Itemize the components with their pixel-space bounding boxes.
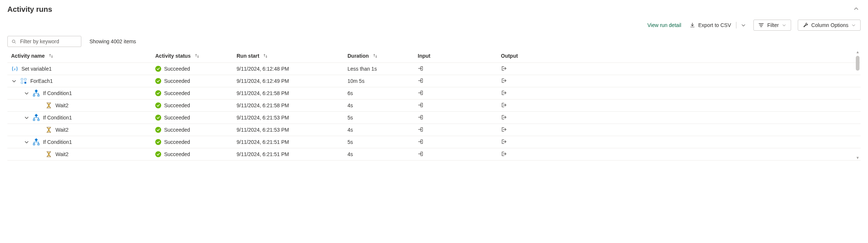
activity-name: Set variable1 <box>21 66 52 72</box>
output-icon[interactable] <box>501 102 507 108</box>
scroll-down-arrow[interactable]: ▼ <box>856 155 859 161</box>
status-text: Succeeded <box>164 66 190 72</box>
output-icon[interactable] <box>501 151 507 157</box>
col-header-duration[interactable]: Duration <box>347 53 418 59</box>
duration: 5s <box>347 115 418 121</box>
svg-rect-7 <box>33 95 35 96</box>
success-icon <box>155 127 161 133</box>
vertical-scrollbar[interactable]: ▲ ▼ <box>855 49 861 161</box>
row-expander[interactable] <box>24 91 30 96</box>
filter-button[interactable]: Filter <box>753 20 791 31</box>
svg-rect-13 <box>33 144 35 145</box>
svg-rect-14 <box>38 144 39 145</box>
svg-rect-10 <box>33 119 35 121</box>
sort-icon <box>373 53 378 58</box>
input-icon[interactable] <box>418 90 424 96</box>
status-text: Succeeded <box>164 127 190 133</box>
row-expander[interactable] <box>24 115 30 120</box>
row-expander[interactable] <box>24 139 30 145</box>
activity-name: Wait2 <box>55 151 68 157</box>
sort-icon <box>48 53 54 58</box>
col-header-output[interactable]: Output <box>501 53 584 59</box>
status-text: Succeeded <box>164 115 190 121</box>
output-icon[interactable] <box>501 126 507 132</box>
svg-text:x: x <box>14 67 16 71</box>
duration: 4s <box>347 151 418 157</box>
run-start: 9/11/2024, 6:21:53 PM <box>237 115 347 121</box>
table-row[interactable]: If Condition1Succeeded9/11/2024, 6:21:58… <box>7 87 861 99</box>
toolbar: View run detail Export to CSV Filter Col… <box>7 20 861 31</box>
foreach-icon <box>20 77 27 85</box>
table-row[interactable]: Wait2Succeeded9/11/2024, 6:21:51 PM4s <box>7 148 861 161</box>
run-start: 9/11/2024, 6:12:48 PM <box>237 66 347 72</box>
scroll-up-arrow[interactable]: ▲ <box>856 49 859 55</box>
table-row[interactable]: If Condition1Succeeded9/11/2024, 6:21:53… <box>7 112 861 124</box>
duration: 4s <box>347 127 418 133</box>
col-header-label: Duration <box>347 53 369 59</box>
input-icon[interactable] <box>418 65 424 71</box>
page-title: Activity runs <box>7 5 52 14</box>
table-row[interactable]: xSet variable1Succeeded9/11/2024, 6:12:4… <box>7 63 861 75</box>
filter-icon <box>758 22 764 28</box>
filter-label: Filter <box>767 22 779 28</box>
input-icon[interactable] <box>418 139 424 145</box>
table-row[interactable]: ForEach1Succeeded9/11/2024, 6:12:49 PM10… <box>7 75 861 87</box>
svg-rect-11 <box>38 119 39 121</box>
sort-icon <box>263 53 268 58</box>
ifcond-icon <box>33 114 40 121</box>
table-row[interactable]: If Condition1Succeeded9/11/2024, 6:21:51… <box>7 136 861 148</box>
ifcond-icon <box>33 138 40 146</box>
scroll-thumb[interactable] <box>856 56 859 71</box>
table-body: xSet variable1Succeeded9/11/2024, 6:12:4… <box>7 63 861 161</box>
row-expander[interactable] <box>11 78 17 84</box>
run-start: 9/11/2024, 6:21:58 PM <box>237 102 347 108</box>
output-icon[interactable] <box>501 114 507 120</box>
output-icon[interactable] <box>501 65 507 71</box>
activity-name: If Condition1 <box>43 139 72 145</box>
duration: 4s <box>347 102 418 108</box>
view-run-detail-link[interactable]: View run detail <box>647 22 681 28</box>
input-icon[interactable] <box>418 78 424 84</box>
export-csv-dropdown[interactable] <box>740 20 747 30</box>
status-text: Succeeded <box>164 78 190 84</box>
success-icon <box>155 90 161 96</box>
success-icon <box>155 139 161 145</box>
search-icon <box>11 39 16 44</box>
svg-rect-8 <box>38 95 39 96</box>
run-start: 9/11/2024, 6:21:53 PM <box>237 127 347 133</box>
activity-name: If Condition1 <box>43 90 72 96</box>
duration: 10m 5s <box>347 78 418 84</box>
run-start: 9/11/2024, 6:21:51 PM <box>237 139 347 145</box>
wrench-icon <box>803 22 808 28</box>
svg-point-0 <box>12 40 15 42</box>
run-start: 9/11/2024, 6:12:49 PM <box>237 78 347 84</box>
download-icon <box>689 22 695 28</box>
export-csv-button[interactable]: Export to CSV <box>688 20 733 30</box>
input-icon[interactable] <box>418 114 424 120</box>
col-header-run-start[interactable]: Run start <box>237 53 347 59</box>
status-text: Succeeded <box>164 151 190 157</box>
chevron-down-icon <box>741 23 746 28</box>
input-icon[interactable] <box>418 102 424 108</box>
col-header-activity-status[interactable]: Activity status <box>155 53 237 59</box>
svg-rect-5 <box>24 82 26 84</box>
item-count: Showing 4002 items <box>89 38 136 44</box>
activity-name: Wait2 <box>55 102 68 108</box>
activity-name: Wait2 <box>55 127 68 133</box>
output-icon[interactable] <box>501 78 507 84</box>
column-options-button[interactable]: Column Options <box>798 20 861 31</box>
input-icon[interactable] <box>418 151 424 157</box>
wait-icon <box>45 126 52 134</box>
variable-icon: x <box>11 65 18 72</box>
col-header-input[interactable]: Input <box>418 53 501 59</box>
table-row[interactable]: Wait2Succeeded9/11/2024, 6:21:53 PM4s <box>7 124 861 136</box>
col-header-label: Input <box>418 53 430 59</box>
input-icon[interactable] <box>418 126 424 132</box>
col-header-activity-name[interactable]: Activity name <box>11 53 155 59</box>
table-row[interactable]: Wait2Succeeded9/11/2024, 6:21:58 PM4s <box>7 99 861 112</box>
search-input[interactable] <box>19 38 77 45</box>
collapse-section-button[interactable] <box>852 4 861 14</box>
output-icon[interactable] <box>501 90 507 96</box>
search-input-wrapper[interactable] <box>7 36 81 47</box>
output-icon[interactable] <box>501 139 507 145</box>
